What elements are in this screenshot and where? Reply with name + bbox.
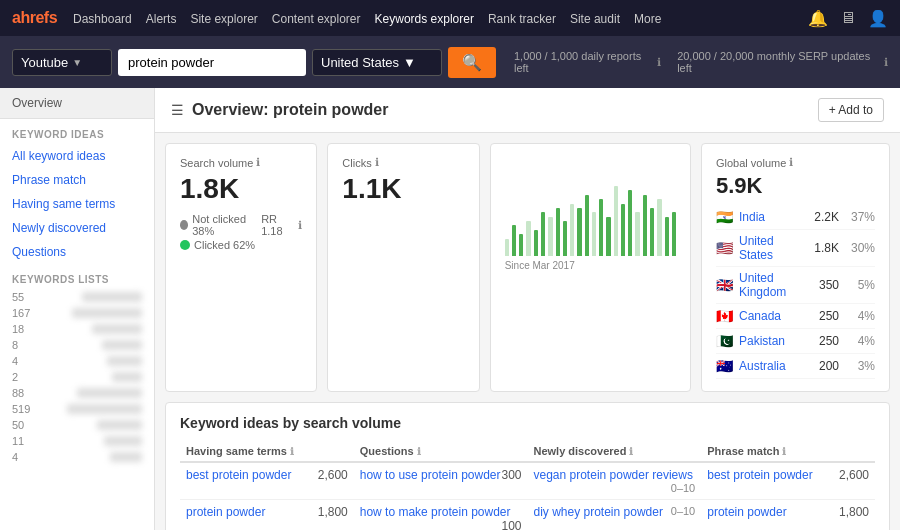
nav-site-explorer[interactable]: Site explorer — [190, 12, 257, 26]
country-name-1[interactable]: United States — [739, 234, 798, 262]
kw-link-1-2[interactable]: diy whey protein powder — [534, 505, 663, 519]
sidebar-num-11: 11 — [12, 435, 142, 447]
chart-bar-21 — [657, 199, 661, 256]
country-row-1: 🇺🇸 United States 1.8K 30% — [716, 230, 875, 267]
kw-cell-0-0: best protein powder 2,600 — [180, 463, 354, 500]
overview-title: Overview: protein powder — [192, 101, 388, 119]
chart-bar-23 — [672, 212, 676, 256]
hamburger-icon[interactable]: ☰ — [171, 102, 184, 118]
country-name-0[interactable]: India — [739, 210, 798, 224]
daily-reports-info-icon: ℹ — [657, 56, 661, 69]
nav-dashboard[interactable]: Dashboard — [73, 12, 132, 26]
country-row-5: 🇦🇺 Australia 200 3% — [716, 354, 875, 379]
blurred-bar-4a — [107, 356, 142, 366]
kw-vol-0-0: 2,600 — [318, 468, 348, 482]
blurred-bar-4b — [110, 452, 142, 462]
rr-text: RR 1.18 — [261, 213, 294, 237]
blurred-bar-11 — [104, 436, 142, 446]
nav-alerts[interactable]: Alerts — [146, 12, 177, 26]
kw-vol-0-2: 0–10 — [671, 482, 695, 494]
country-name-5[interactable]: Australia — [739, 359, 798, 373]
blurred-bar-50 — [97, 420, 142, 430]
search-volume-card: Search volume ℹ 1.8K Not clicked 38% RR … — [165, 143, 317, 392]
nav-more[interactable]: More — [634, 12, 661, 26]
sidebar-item-having-same-terms[interactable]: Having same terms — [0, 192, 154, 216]
nav-site-audit[interactable]: Site audit — [570, 12, 620, 26]
sidebar-num-2: 2 — [12, 371, 142, 383]
country-name-4[interactable]: Pakistan — [739, 334, 798, 348]
top-navigation: ahrefs Dashboard Alerts Site explorer Co… — [0, 0, 900, 36]
country-pct-4: 4% — [845, 334, 875, 348]
kw-link-0-0[interactable]: best protein powder — [186, 468, 291, 482]
clicks-info-icon: ℹ — [375, 156, 379, 169]
nav-keywords-explorer[interactable]: Keywords explorer — [375, 12, 474, 26]
search-button[interactable]: 🔍 — [448, 47, 496, 78]
clicks-label: Clicks ℹ — [342, 156, 464, 169]
country-flag-2: 🇬🇧 — [716, 277, 733, 293]
chart-bar-17 — [628, 190, 632, 256]
daily-reports-info: 1,000 / 1,000 daily reports left ℹ — [514, 50, 661, 74]
blurred-bar-167 — [72, 308, 142, 318]
chart-bar-6 — [548, 217, 552, 256]
add-to-button[interactable]: + Add to — [818, 98, 884, 122]
kw-cell-0-1: how to use protein powder 300 — [354, 463, 528, 500]
clicked-row: Clicked 62% — [180, 239, 302, 251]
sidebar-item-questions[interactable]: Questions — [0, 240, 154, 264]
kw-link-0-3[interactable]: best protein powder — [707, 468, 812, 482]
sidebar-item-phrase-match[interactable]: Phrase match — [0, 168, 154, 192]
overview-title-row: ☰ Overview: protein powder — [171, 101, 388, 119]
country-row-4: 🇵🇰 Pakistan 250 4% — [716, 329, 875, 354]
country-name-2[interactable]: United Kingdom — [739, 271, 798, 299]
chart-bar-14 — [606, 217, 610, 256]
bell-icon[interactable]: 🔔 — [808, 9, 828, 28]
chart-bar-10 — [577, 208, 581, 256]
country-rows: 🇮🇳 India 2.2K 37% 🇺🇸 United States 1.8K … — [716, 205, 875, 379]
engine-label: Youtube — [21, 55, 68, 70]
sidebar-item-all-keyword-ideas[interactable]: All keyword ideas — [0, 144, 154, 168]
blurred-bar-519 — [67, 404, 142, 414]
chart-bar-8 — [563, 221, 567, 256]
kw-vol-1-3: 1,800 — [839, 505, 869, 519]
country-flag-5: 🇦🇺 — [716, 358, 733, 374]
engine-dropdown[interactable]: Youtube ▼ — [12, 49, 112, 76]
global-volume-info-icon: ℹ — [789, 156, 793, 169]
monthly-serp-info: 20,000 / 20,000 monthly SERP updates lef… — [677, 50, 888, 74]
sidebar-num-50: 50 — [12, 419, 142, 431]
search-input[interactable] — [118, 49, 306, 76]
kw-link-1-0[interactable]: protein powder — [186, 505, 265, 519]
kw-col-header-2: Newly discovered ℹ — [528, 441, 702, 463]
country-name-3[interactable]: Canada — [739, 309, 798, 323]
not-clicked-dot — [180, 220, 188, 230]
sidebar-overview[interactable]: Overview — [0, 88, 154, 119]
ahrefs-logo: ahrefs — [12, 9, 57, 27]
nav-links: Dashboard Alerts Site explorer Content e… — [73, 11, 661, 26]
kw-cell-1-3: protein powder 1,800 — [701, 500, 875, 530]
nav-rank-tracker[interactable]: Rank tracker — [488, 12, 556, 26]
nav-content-explorer[interactable]: Content explorer — [272, 12, 361, 26]
country-dropdown[interactable]: United States ▼ — [312, 49, 442, 76]
user-icon[interactable]: 👤 — [868, 9, 888, 28]
col-info-icon-2: ℹ — [629, 446, 633, 457]
search-info: 1,000 / 1,000 daily reports left ℹ 20,00… — [514, 50, 888, 74]
kw-link-0-1[interactable]: how to use protein powder — [360, 468, 501, 482]
country-flag-0: 🇮🇳 — [716, 209, 733, 225]
not-clicked-row: Not clicked 38% RR 1.18 ℹ — [180, 213, 302, 237]
blurred-bar-8 — [102, 340, 142, 350]
kw-vol-0-1: 300 — [501, 468, 521, 482]
chart-bar-1 — [512, 225, 516, 256]
blurred-bar-88 — [77, 388, 142, 398]
kw-link-0-2[interactable]: vegan protein powder reviews — [534, 468, 693, 482]
kw-link-1-3[interactable]: protein powder — [707, 505, 786, 519]
chart-bar-9 — [570, 204, 574, 257]
monitor-icon[interactable]: 🖥 — [840, 9, 856, 27]
kw-link-1-1[interactable]: how to make protein powder — [360, 505, 511, 519]
keywords-lists-title: KEYWORDS LISTS — [12, 274, 142, 285]
global-volume-value: 5.9K — [716, 173, 875, 199]
sidebar-item-newly-discovered[interactable]: Newly discovered — [0, 216, 154, 240]
kw-cell-1-2: diy whey protein powder 0–10 — [528, 500, 702, 530]
chart-container — [505, 186, 676, 256]
content-area: Overview KEYWORD IDEAS All keyword ideas… — [0, 88, 900, 530]
country-row-3: 🇨🇦 Canada 250 4% — [716, 304, 875, 329]
sidebar-num-88: 88 — [12, 387, 142, 399]
sidebar-num-55: 55 — [12, 291, 142, 303]
